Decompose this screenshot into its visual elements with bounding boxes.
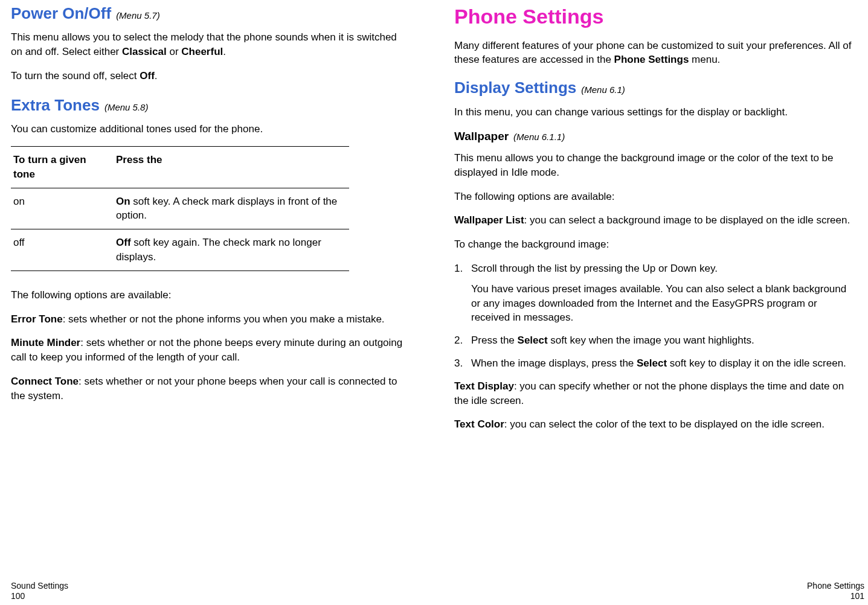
term: Classical xyxy=(122,46,167,57)
body-text: In this menu, you can change various set… xyxy=(454,105,853,120)
text: soft key when the image you want highlig… xyxy=(548,335,754,346)
body-text: To change the background image: xyxy=(454,237,853,252)
body-text: The following options are available: xyxy=(454,190,853,204)
list-item: When the image displays, press the Selec… xyxy=(454,356,853,371)
text: soft key again. The check mark no longer… xyxy=(116,237,321,263)
section-title: Display Settings xyxy=(454,77,576,98)
footer-label: Phone Settings xyxy=(807,581,864,591)
option-item: Error Tone: sets whether or not the phon… xyxy=(11,312,410,327)
term: On xyxy=(116,196,130,207)
term: Select xyxy=(637,357,667,369)
table-cell: on xyxy=(11,188,114,229)
text: To turn the sound off, select xyxy=(11,70,140,82)
power-onoff-heading: Power On/Off (Menu 5.7) xyxy=(11,2,410,24)
table-cell: off xyxy=(11,229,114,271)
display-settings-heading: Display Settings (Menu 6.1) xyxy=(454,77,853,98)
term: Cheerful xyxy=(181,46,223,57)
menu-ref: (Menu 5.7) xyxy=(116,9,160,22)
chapter-title: Phone Settings xyxy=(454,2,853,31)
tone-table: To turn a given tone Press the on On sof… xyxy=(11,146,349,271)
text: : you can select the color of the text t… xyxy=(504,418,825,430)
left-page: Power On/Off (Menu 5.7) This menu allows… xyxy=(11,0,410,413)
page-number: 100 xyxy=(11,591,68,601)
list-item: Press the Select soft key when the image… xyxy=(454,333,853,348)
text: Scroll through the list by pressing the … xyxy=(471,263,718,274)
table-cell: Off soft key again. The check mark no lo… xyxy=(114,229,349,271)
text: . xyxy=(155,70,158,82)
body-text: The following options are available: xyxy=(11,288,410,302)
body-text: This menu allows you to change the backg… xyxy=(454,151,853,180)
body-text: Many different features of your phone ca… xyxy=(454,39,853,68)
wallpaper-heading: Wallpaper (Menu 6.1.1) xyxy=(454,129,853,145)
table-header: Press the xyxy=(114,146,349,188)
term: Connect Tone xyxy=(11,376,79,387)
page-number: 101 xyxy=(807,591,864,601)
term: Phone Settings xyxy=(614,54,689,65)
section-title: Power On/Off xyxy=(11,2,111,24)
text: soft key to display it on the idle scree… xyxy=(667,357,846,369)
subsection-title: Wallpaper xyxy=(454,129,509,145)
term: Select xyxy=(518,335,548,346)
term: Text Display xyxy=(454,380,514,392)
body-text: You can customize additional tones used … xyxy=(11,122,410,136)
menu-ref: (Menu 5.8) xyxy=(104,101,149,114)
text: : you can select a background image to b… xyxy=(524,214,850,226)
option-item: Minute Minder: sets whether or not the p… xyxy=(11,336,410,365)
table-row: on On soft key. A check mark displays in… xyxy=(11,188,349,229)
text: or xyxy=(167,46,182,57)
body-text: You have various preset images available… xyxy=(471,282,853,325)
extra-tones-heading: Extra Tones (Menu 5.8) xyxy=(11,94,410,116)
menu-ref: (Menu 6.1) xyxy=(581,83,625,96)
table-header-row: To turn a given tone Press the xyxy=(11,146,349,188)
term: Minute Minder xyxy=(11,337,80,348)
footer-left: Sound Settings 100 xyxy=(11,581,68,601)
right-page: Phone Settings Many different features o… xyxy=(454,0,853,441)
option-item: Text Display: you can specify whether or… xyxy=(454,379,853,408)
option-item: Wallpaper List: you can select a backgro… xyxy=(454,213,853,228)
text: . xyxy=(223,46,226,57)
menu-ref: (Menu 6.1.1) xyxy=(513,130,565,143)
option-item: Connect Tone: sets whether or not your p… xyxy=(11,374,410,403)
body-text: To turn the sound off, select Off. xyxy=(11,69,410,83)
term: Off xyxy=(116,237,131,248)
text: Press the xyxy=(471,335,518,346)
term: Off xyxy=(140,70,155,82)
term: Text Color xyxy=(454,418,504,430)
footer-right: Phone Settings 101 xyxy=(807,581,864,601)
text: : sets whether or not the phone informs … xyxy=(63,313,385,325)
text: soft key. A check mark displays in front… xyxy=(116,196,337,222)
list-item: Scroll through the list by pressing the … xyxy=(454,261,853,325)
text: When the image displays, press the xyxy=(471,357,637,369)
footer-label: Sound Settings xyxy=(11,581,68,591)
steps-list: Scroll through the list by pressing the … xyxy=(454,261,853,371)
term: Wallpaper List xyxy=(454,214,524,226)
table-row: off Off soft key again. The check mark n… xyxy=(11,229,349,271)
body-text: This menu allows you to select the melod… xyxy=(11,30,410,59)
section-title: Extra Tones xyxy=(11,94,100,116)
option-item: Text Color: you can select the color of … xyxy=(454,417,853,432)
table-header: To turn a given tone xyxy=(11,146,114,188)
text: menu. xyxy=(689,54,720,65)
table-cell: On soft key. A check mark displays in fr… xyxy=(114,188,349,229)
term: Error Tone xyxy=(11,313,63,325)
